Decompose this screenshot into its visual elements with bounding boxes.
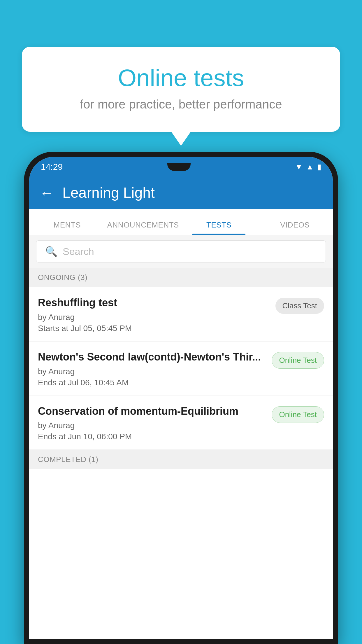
tab-videos[interactable]: VIDEOS — [257, 220, 333, 235]
status-time: 14:29 — [41, 162, 63, 172]
test-item-1[interactable]: Reshuffling test by Anurag Starts at Jul… — [29, 287, 333, 342]
search-bar[interactable]: 🔍 Search — [36, 240, 326, 262]
phone-inner: 14:29 ▼ ▲ ▮ ← Learning Light MENTS ANNOU… — [29, 157, 333, 639]
test-item-3[interactable]: Conservation of momentum-Equilibrium by … — [29, 396, 333, 450]
battery-icon: ▮ — [317, 162, 321, 172]
search-icon: 🔍 — [45, 246, 57, 257]
test-author-1: by Anurag — [38, 313, 270, 322]
test-date-3: Ends at Jun 10, 06:00 PM — [38, 432, 266, 441]
speech-bubble: Online tests for more practice, better p… — [22, 47, 340, 132]
signal-icon: ▲ — [306, 162, 314, 172]
notch — [167, 163, 191, 171]
tab-ments[interactable]: MENTS — [29, 220, 105, 235]
test-info-1: Reshuffling test by Anurag Starts at Jul… — [38, 296, 270, 333]
tab-announcements[interactable]: ANNOUNCEMENTS — [105, 220, 181, 235]
test-info-3: Conservation of momentum-Equilibrium by … — [38, 405, 266, 442]
speech-bubble-container: Online tests for more practice, better p… — [22, 47, 340, 132]
test-item-2[interactable]: Newton's Second law(contd)-Newton's Thir… — [29, 342, 333, 396]
test-badge-2: Online Test — [272, 352, 324, 369]
tab-bar: MENTS ANNOUNCEMENTS TESTS VIDEOS — [29, 209, 333, 235]
bubble-title: Online tests — [45, 64, 317, 92]
test-title-2: Newton's Second law(contd)-Newton's Thir… — [38, 350, 266, 364]
status-icons: ▼ ▲ ▮ — [295, 162, 321, 172]
tests-list: Reshuffling test by Anurag Starts at Jul… — [29, 287, 333, 639]
tab-tests[interactable]: TESTS — [181, 220, 257, 235]
ongoing-section-header: ONGOING (3) — [29, 268, 333, 287]
test-date-2: Ends at Jul 06, 10:45 AM — [38, 378, 266, 387]
test-author-3: by Anurag — [38, 421, 266, 430]
top-bar: ← Learning Light — [29, 177, 333, 209]
completed-section-header: COMPLETED (1) — [29, 450, 333, 469]
test-title-1: Reshuffling test — [38, 296, 270, 310]
search-placeholder: Search — [63, 246, 94, 257]
top-bar-title: Learning Light — [62, 184, 155, 201]
phone-frame: 14:29 ▼ ▲ ▮ ← Learning Light MENTS ANNOU… — [24, 152, 338, 644]
status-bar: 14:29 ▼ ▲ ▮ — [29, 157, 333, 177]
test-author-2: by Anurag — [38, 367, 266, 376]
bubble-subtitle: for more practice, better performance — [45, 97, 317, 111]
search-container: 🔍 Search — [29, 235, 333, 268]
test-badge-3: Online Test — [272, 406, 324, 423]
back-button[interactable]: ← — [40, 185, 54, 201]
test-badge-1: Class Test — [275, 298, 324, 314]
test-title-3: Conservation of momentum-Equilibrium — [38, 405, 266, 418]
wifi-icon: ▼ — [295, 162, 303, 172]
test-date-1: Starts at Jul 05, 05:45 PM — [38, 324, 270, 333]
test-info-2: Newton's Second law(contd)-Newton's Thir… — [38, 350, 266, 387]
